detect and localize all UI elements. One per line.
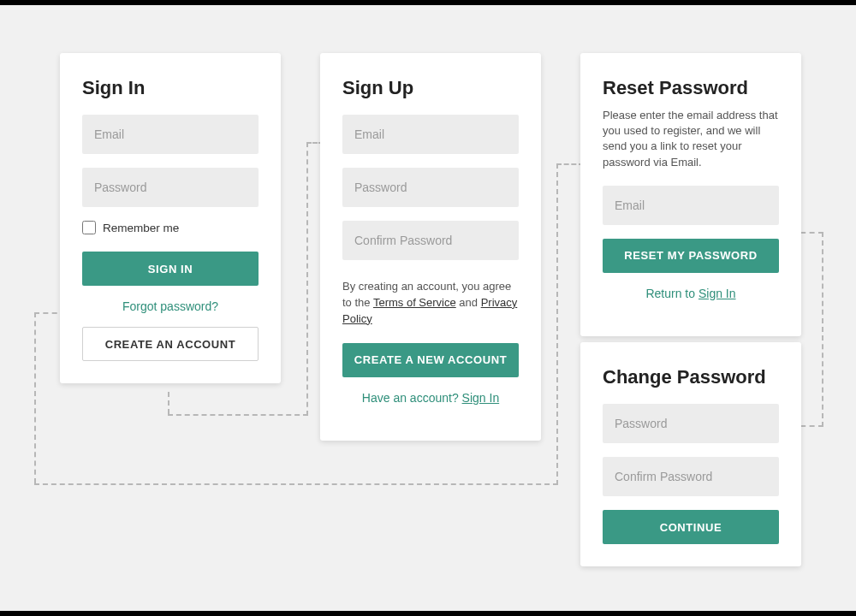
confirm-password-field[interactable]	[603, 457, 779, 496]
remember-me-label: Remember me	[103, 222, 179, 234]
connector-line	[556, 163, 558, 485]
email-field[interactable]	[603, 186, 779, 225]
sign-up-title: Sign Up	[342, 77, 519, 99]
terms-of-service-link[interactable]: Terms of Service	[373, 296, 456, 309]
connector-line	[168, 392, 169, 414]
create-new-account-button[interactable]: Create a New Account	[342, 343, 519, 377]
sign-in-link[interactable]: Sign In	[698, 287, 736, 300]
confirm-password-field[interactable]	[342, 221, 519, 260]
sign-up-card: Sign Up By creating an account, you agre…	[320, 53, 541, 441]
email-field[interactable]	[342, 115, 519, 154]
auth-screens-canvas: Sign In Remember me Sign In Forgot passw…	[0, 5, 856, 611]
sign-in-card: Sign In Remember me Sign In Forgot passw…	[60, 53, 281, 383]
connector-line	[168, 414, 308, 416]
password-field[interactable]	[82, 168, 259, 207]
remember-me-row[interactable]: Remember me	[82, 221, 259, 234]
return-to-sign-in-link[interactable]: Return to Sign In	[603, 287, 779, 300]
forgot-password-link[interactable]: Forgot password?	[82, 299, 259, 313]
connector-line	[822, 232, 823, 427]
have-account-link[interactable]: Have an account? Sign In	[342, 391, 519, 405]
reset-password-description: Please enter the email address that you …	[603, 108, 779, 170]
continue-button[interactable]: Continue	[603, 510, 779, 544]
reset-password-title: Reset Password	[603, 77, 779, 99]
connector-line	[34, 483, 558, 485]
sign-in-title: Sign In	[82, 77, 259, 99]
sign-in-link[interactable]: Sign In	[462, 391, 500, 405]
email-field[interactable]	[82, 115, 259, 154]
change-password-card: Change Password Continue	[580, 342, 801, 566]
password-field[interactable]	[603, 404, 779, 443]
connector-line	[306, 142, 308, 416]
connector-line	[34, 312, 36, 483]
reset-my-password-button[interactable]: Reset My Password	[603, 239, 779, 273]
terms-text: By creating an account, you agree to the…	[342, 279, 519, 328]
remember-me-checkbox[interactable]	[82, 221, 96, 234]
reset-password-card: Reset Password Please enter the email ad…	[580, 53, 801, 336]
sign-in-button[interactable]: Sign In	[82, 252, 259, 286]
password-field[interactable]	[342, 168, 519, 207]
change-password-title: Change Password	[603, 366, 779, 388]
create-account-button[interactable]: Create an Account	[82, 327, 259, 361]
